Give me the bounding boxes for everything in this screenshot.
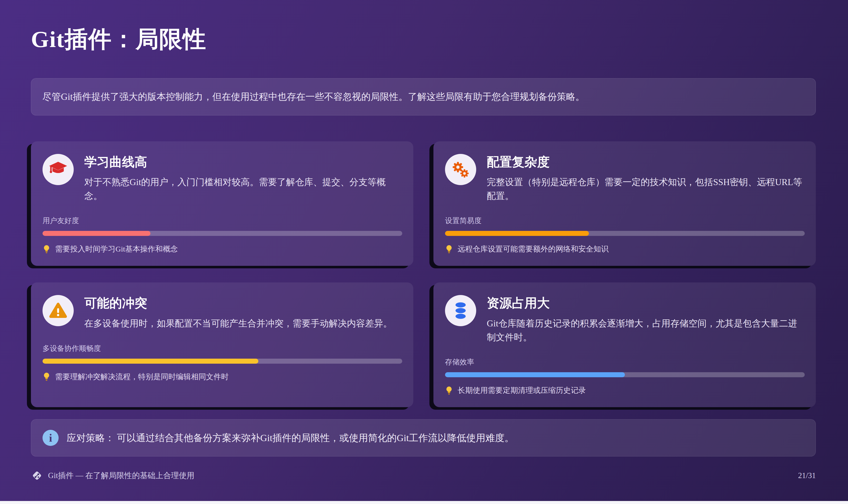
lightbulb-icon (445, 245, 453, 254)
card-learning-curve: 学习曲线高 对于不熟悉Git的用户，入门门槛相对较高。需要了解仓库、提交、分支等… (31, 141, 413, 266)
progress-fill (42, 359, 258, 364)
gears-icon (451, 160, 470, 179)
card-tip: 需要理解冲突解决流程，特别是同时编辑相同文件时 (55, 372, 229, 382)
lightbulb-icon (42, 245, 51, 254)
git-logo-icon (31, 470, 43, 482)
card-title: 资源占用大 (487, 296, 805, 311)
slide: Git插件：局限性 尽管Git插件提供了强大的版本控制能力，但在使用过程中也存在… (0, 0, 848, 501)
intro-text: 尽管Git插件提供了强大的版本控制能力，但在使用过程中也存在一些不容忽视的局限性… (42, 91, 584, 103)
metric-label: 存储效率 (445, 357, 805, 367)
warning-icon (49, 301, 68, 320)
card-icon-circle (445, 295, 476, 326)
progress-bar (42, 231, 402, 236)
progress-bar (445, 372, 805, 377)
card-description: 完整设置（特别是远程仓库）需要一定的技术知识，包括SSH密钥、远程URL等配置。 (487, 175, 805, 203)
page-number: 21/31 (798, 471, 816, 480)
footer-text: Git插件 — 在了解局限性的基础上合理使用 (48, 470, 195, 481)
card-conflicts: 可能的冲突 在多设备使用时，如果配置不当可能产生合并冲突，需要手动解决内容差异。… (31, 283, 413, 407)
card-config-complexity: 配置复杂度 完整设置（特别是远程仓库）需要一定的技术知识，包括SSH密钥、远程U… (433, 141, 816, 266)
card-description: Git仓库随着历史记录的积累会逐渐增大，占用存储空间，尤其是包含大量二进制文件时… (487, 317, 805, 344)
progress-fill (445, 372, 625, 377)
card-description: 在多设备使用时，如果配置不当可能产生合并冲突，需要手动解决内容差异。 (84, 317, 402, 330)
metric-label: 用户友好度 (42, 216, 402, 226)
card-title: 学习曲线高 (84, 155, 402, 169)
info-icon: i (42, 430, 59, 446)
lightbulb-icon (42, 372, 51, 381)
card-resource-usage: 资源占用大 Git仓库随着历史记录的积累会逐渐增大，占用存储空间，尤其是包含大量… (433, 283, 816, 407)
metric-label: 多设备协作顺畅度 (42, 344, 402, 354)
progress-bar (445, 231, 805, 236)
strategy-text: 应对策略： 可以通过结合其他备份方案来弥补Git插件的局限性，或使用简化的Git… (67, 432, 514, 444)
lightbulb-icon (445, 386, 453, 395)
card-icon-circle (42, 154, 74, 185)
card-tip: 长期使用需要定期清理或压缩历史记录 (457, 385, 586, 396)
card-tip: 远程仓库设置可能需要额外的网络和安全知识 (457, 244, 609, 254)
intro-banner: 尽管Git插件提供了强大的版本控制能力，但在使用过程中也存在一些不容忽视的局限性… (31, 78, 816, 115)
card-icon-circle (42, 295, 74, 326)
progress-fill (42, 231, 150, 236)
page-title: Git插件：局限性 (31, 0, 816, 53)
card-title: 配置复杂度 (487, 155, 805, 169)
card-icon-circle (445, 154, 476, 185)
card-title: 可能的冲突 (84, 296, 402, 311)
metric-label: 设置简易度 (445, 216, 805, 226)
progress-fill (445, 231, 589, 236)
strategy-banner: i 应对策略： 可以通过结合其他备份方案来弥补Git插件的局限性，或使用简化的G… (31, 419, 816, 456)
card-tip: 需要投入时间学习Git基本操作和概念 (55, 244, 178, 254)
database-icon (451, 301, 470, 320)
card-description: 对于不熟悉Git的用户，入门门槛相对较高。需要了解仓库、提交、分支等概念。 (84, 175, 402, 203)
progress-bar (42, 359, 402, 364)
slide-footer: Git插件 — 在了解局限性的基础上合理使用 21/31 (31, 470, 816, 482)
graduation-cap-icon (49, 160, 68, 179)
limitation-cards: 学习曲线高 对于不熟悉Git的用户，入门门槛相对较高。需要了解仓库、提交、分支等… (31, 141, 816, 408)
